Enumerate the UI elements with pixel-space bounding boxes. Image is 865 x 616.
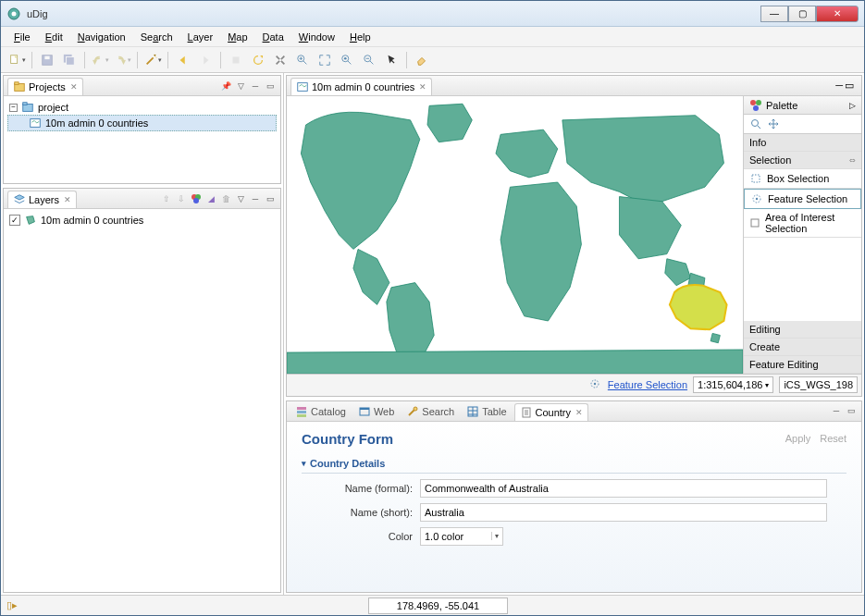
minimize-view-icon[interactable]: ─ xyxy=(249,192,262,205)
layer-style-icon[interactable] xyxy=(190,192,203,205)
name-formal-label: Name (formal): xyxy=(327,483,420,494)
palette-header[interactable]: Palette ▷ xyxy=(744,96,861,115)
svg-rect-26 xyxy=(752,175,760,182)
layers-icon xyxy=(13,193,26,206)
minimize-editor-icon[interactable]: ─ xyxy=(835,80,843,92)
scale-dropdown-icon[interactable]: ▾ xyxy=(765,381,769,389)
layer-item[interactable]: ✓ 10m admin 0 countries xyxy=(7,213,277,228)
layers-tab[interactable]: Layers ✕ xyxy=(7,191,77,208)
menu-help[interactable]: Help xyxy=(344,30,377,44)
menu-file[interactable]: File xyxy=(8,30,36,44)
palette-feature-selection[interactable]: Feature Selection xyxy=(744,189,861,209)
name-formal-input[interactable] xyxy=(420,479,827,498)
scale-field[interactable]: 1:315,604,186 ▾ xyxy=(693,376,773,393)
close-button[interactable]: ✕ xyxy=(816,6,859,22)
palette-info-header[interactable]: Info xyxy=(744,134,861,152)
zoom-in-button[interactable] xyxy=(292,50,313,70)
layers-tab-close-icon[interactable]: ✕ xyxy=(64,195,71,204)
stop-button[interactable] xyxy=(226,50,246,70)
cursor-button[interactable] xyxy=(381,50,402,70)
svg-point-31 xyxy=(594,383,596,385)
refresh-button[interactable] xyxy=(248,50,268,70)
menu-map[interactable]: Map xyxy=(222,30,253,44)
layer-down-icon[interactable]: ⇩ xyxy=(175,192,188,205)
fast-view-icon[interactable]: ▯▸ xyxy=(6,599,18,611)
menu-edit[interactable]: Edit xyxy=(40,30,68,44)
svg-rect-32 xyxy=(297,407,306,410)
palette-editing-header[interactable]: Editing xyxy=(744,321,861,339)
project-icon xyxy=(21,101,34,114)
palette-zoom-pan-row[interactable] xyxy=(744,115,861,134)
maximize-editor-icon[interactable]: ▭ xyxy=(845,80,854,92)
country-tab-close-icon[interactable]: ✕ xyxy=(575,408,583,417)
name-short-input[interactable] xyxy=(420,503,827,522)
projects-tab[interactable]: Projects ✕ xyxy=(7,78,83,95)
map-canvas[interactable] xyxy=(287,96,743,374)
country-details-section-header[interactable]: ▾ Country Details xyxy=(302,454,846,474)
current-tool-link[interactable]: Feature Selection xyxy=(608,379,687,390)
view-menu-icon[interactable]: ▽ xyxy=(234,192,247,205)
country-tab[interactable]: Country ✕ xyxy=(514,403,589,421)
maximize-view-icon[interactable]: ▭ xyxy=(264,80,277,92)
tools-button[interactable] xyxy=(270,50,290,70)
palette-selection-header[interactable]: Selection⇔ xyxy=(744,152,861,169)
layer-filter-icon[interactable]: ◢ xyxy=(204,192,217,205)
save-all-button[interactable] xyxy=(59,50,80,70)
minimize-view-icon[interactable]: ─ xyxy=(249,80,262,92)
reset-button[interactable]: Reset xyxy=(820,433,846,444)
name-short-label: Name (short): xyxy=(327,507,420,518)
tree-toggle-icon[interactable]: − xyxy=(9,104,18,112)
web-tab[interactable]: Web xyxy=(353,403,399,420)
chevron-right-icon[interactable]: ▷ xyxy=(849,101,856,110)
palette-panel: Palette ▷ Info Selection⇔ Box Selection xyxy=(743,96,861,374)
zoom-out-button[interactable] xyxy=(359,50,379,70)
table-tab[interactable]: Table xyxy=(462,403,511,420)
layer-visibility-checkbox[interactable]: ✓ xyxy=(9,215,20,226)
link-with-editor-icon[interactable]: 📌 xyxy=(219,80,232,92)
palette-box-selection[interactable]: Box Selection xyxy=(744,169,861,189)
apply-button[interactable]: Apply xyxy=(785,433,811,444)
crs-field[interactable]: iCS_WGS_198 xyxy=(779,376,858,393)
minimize-view-icon[interactable]: ─ xyxy=(830,404,843,417)
save-button[interactable] xyxy=(37,50,57,70)
maximize-button[interactable]: ▢ xyxy=(788,6,816,22)
menu-data[interactable]: Data xyxy=(257,30,290,44)
maximize-view-icon[interactable]: ▭ xyxy=(264,192,277,205)
catalog-tab[interactable]: Catalog xyxy=(290,403,351,420)
svg-rect-34 xyxy=(297,414,306,417)
menu-layer[interactable]: Layer xyxy=(182,30,219,44)
svg-point-24 xyxy=(753,105,759,111)
editor-tab[interactable]: 10m admin 0 countries ✕ xyxy=(290,78,432,95)
forward-button[interactable] xyxy=(195,50,216,70)
catalog-icon xyxy=(295,405,308,418)
box-selection-icon xyxy=(749,172,762,185)
palette-create-header[interactable]: Create xyxy=(744,339,861,356)
view-menu-icon[interactable]: ▽ xyxy=(234,80,247,92)
menu-navigation[interactable]: Navigation xyxy=(72,30,131,44)
editor-tab-close-icon[interactable]: ✕ xyxy=(419,82,426,92)
projects-tab-close-icon[interactable]: ✕ xyxy=(70,82,78,92)
menu-window[interactable]: Window xyxy=(293,30,340,44)
maximize-view-icon[interactable]: ▭ xyxy=(845,404,858,417)
layer-up-icon[interactable]: ⇧ xyxy=(160,192,173,205)
color-value: 1.0 color xyxy=(425,531,488,542)
new-dropdown[interactable]: ▾ xyxy=(6,50,27,70)
palette-aoi-selection[interactable]: Area of Interest Selection xyxy=(744,209,861,238)
layer-delete-icon[interactable]: 🗑 xyxy=(219,192,232,205)
zoom-layer-button[interactable] xyxy=(337,50,357,70)
palette-feature-editing-header[interactable]: Feature Editing xyxy=(744,356,861,374)
udig-app-icon xyxy=(6,6,21,21)
wizard-dropdown[interactable]: ▾ xyxy=(142,50,163,70)
redo-dropdown[interactable]: ▾ xyxy=(112,50,132,70)
color-combobox[interactable]: 1.0 color ▾ xyxy=(420,527,503,546)
back-button[interactable] xyxy=(173,50,193,70)
tree-item-map[interactable]: 10m admin 0 countries xyxy=(7,115,277,131)
search-tab[interactable]: Search xyxy=(402,403,459,420)
menu-search[interactable]: Search xyxy=(135,30,179,44)
svg-point-19 xyxy=(193,198,199,203)
minimize-button[interactable]: — xyxy=(760,6,788,22)
tree-item-project[interactable]: − project xyxy=(7,100,277,115)
undo-dropdown[interactable]: ▾ xyxy=(90,50,110,70)
zoom-extent-button[interactable] xyxy=(315,50,335,70)
eraser-button[interactable] xyxy=(412,50,432,70)
